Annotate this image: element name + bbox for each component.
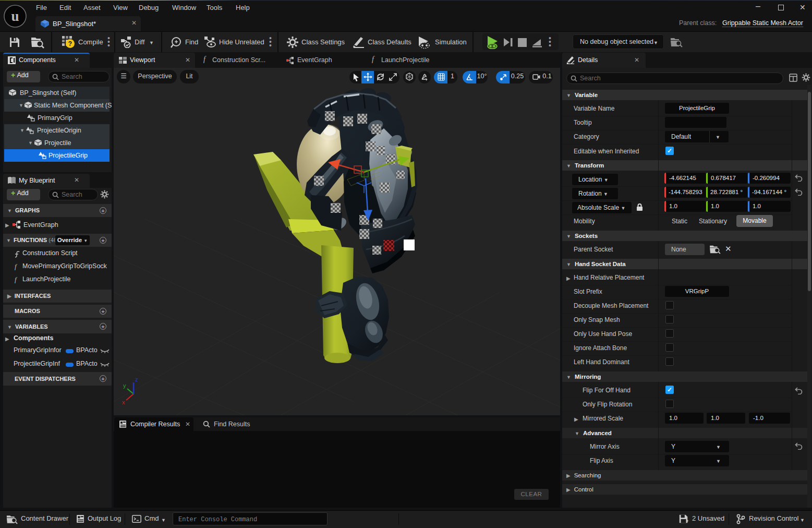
svg-text:z: z (135, 376, 138, 382)
svg-text:?: ? (68, 40, 72, 47)
svg-text:y: y (123, 382, 126, 389)
svg-text:u: u (11, 8, 19, 24)
svg-text:x: x (122, 399, 125, 405)
svg-text:*: * (686, 519, 689, 524)
